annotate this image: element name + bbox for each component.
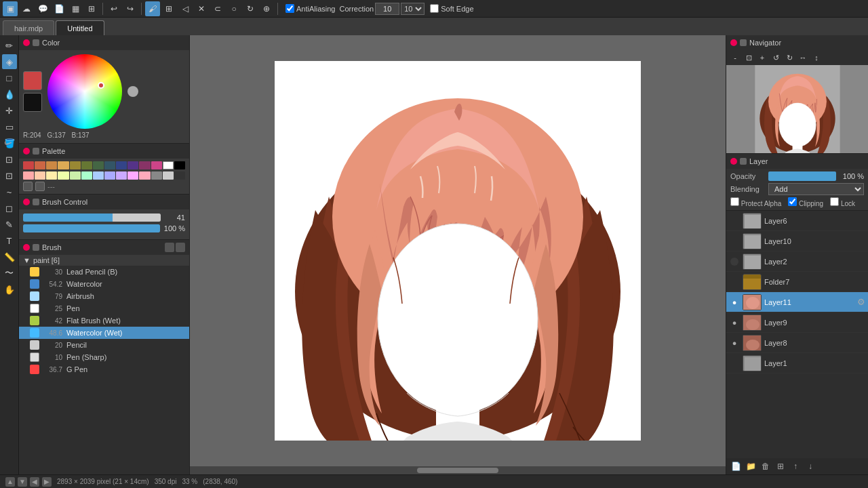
layer-item-folder7[interactable]: Folder7 <box>726 272 868 292</box>
palette-swatch[interactable] <box>127 161 138 169</box>
palette-swatch[interactable] <box>81 161 92 169</box>
layer-eye-layer10[interactable] <box>729 236 740 247</box>
brush-item-pencil[interactable]: 20 Pencil <box>19 339 189 351</box>
palette-swatch[interactable] <box>139 171 150 180</box>
frame-tool-btn[interactable]: ⊡ <box>2 152 17 167</box>
navigator-expand-btn[interactable] <box>740 39 747 46</box>
clipping-label[interactable]: Clipping <box>788 197 823 207</box>
status-left-btn[interactable]: ◀ <box>30 477 39 487</box>
brush-expand-btn[interactable] <box>33 244 39 251</box>
scrollbar-thumb[interactable] <box>417 468 498 473</box>
layer-merge-btn[interactable]: ⊞ <box>774 460 787 472</box>
brush-item-watercolor[interactable]: 54.2 Watercolor <box>19 278 189 290</box>
palette-swatch[interactable] <box>70 161 81 169</box>
layer-eye-layer2[interactable] <box>730 258 738 266</box>
lock-check[interactable] <box>830 197 839 206</box>
palette-swatch[interactable] <box>35 161 45 169</box>
palette-swatch[interactable] <box>174 171 185 180</box>
layer-move-down-btn[interactable]: ↓ <box>804 460 817 472</box>
brush-control-expand-btn[interactable] <box>33 199 39 205</box>
layer-eye-folder7[interactable] <box>729 277 740 287</box>
move-tool-btn[interactable]: ✛ <box>2 103 17 118</box>
layer-eye-layer8[interactable]: ● <box>729 338 740 348</box>
palette-swatch[interactable] <box>151 161 162 169</box>
hand-tool-btn[interactable]: ✋ <box>2 282 17 297</box>
layer-delete-btn[interactable]: 🗑 <box>759 460 772 472</box>
tab-hair[interactable]: hair.mdp <box>3 20 54 35</box>
status-down-btn[interactable]: ▼ <box>18 477 27 487</box>
select-rect-btn[interactable]: ▭ <box>2 119 17 134</box>
soft-edge-label[interactable]: Soft Edge <box>430 4 473 13</box>
rotate-tool[interactable]: ↻ <box>243 1 258 16</box>
color-extra-btn[interactable] <box>127 86 138 97</box>
text-tool-btn[interactable]: T <box>2 233 17 248</box>
brush-item-lead-pencil[interactable]: 30 Lead Pencil (B) <box>19 266 189 278</box>
nav-zoom-in-btn[interactable]: + <box>756 52 768 64</box>
correction-select[interactable]: 1051520 <box>401 3 425 15</box>
status-right-btn[interactable]: ▶ <box>42 477 52 487</box>
fill-tool-btn[interactable]: ◈ <box>2 54 17 69</box>
palette-close-btn[interactable] <box>23 148 30 155</box>
layer-item-layer1[interactable]: Layer1 <box>726 353 868 373</box>
antialias-check[interactable] <box>285 4 294 13</box>
nav-rotate-left-btn[interactable]: ↺ <box>770 52 782 64</box>
palette-add-btn[interactable] <box>23 182 33 191</box>
clipping-check[interactable] <box>788 197 797 206</box>
tool-cloud[interactable]: ☁ <box>19 1 34 16</box>
lock-label[interactable]: Lock <box>830 197 855 207</box>
navigator-preview[interactable] <box>726 65 868 153</box>
bg-color-swatch[interactable] <box>23 93 42 112</box>
brush-close-btn[interactable] <box>23 244 30 251</box>
brush-item-g-pen[interactable]: 36.7 G Pen <box>19 363 189 375</box>
pencil-tool-btn[interactable]: ✎ <box>2 217 17 232</box>
ruler-tool-btn[interactable]: 📏 <box>2 249 17 264</box>
tool-speech[interactable]: 💬 <box>35 1 50 16</box>
brush-scroll-up[interactable] <box>165 243 174 252</box>
palette-expand-btn[interactable] <box>33 148 39 155</box>
nav-zoom-fit-btn[interactable]: ⊡ <box>743 52 755 64</box>
brush-item-pen-sharp[interactable]: 10 Pen (Sharp) <box>19 351 189 363</box>
blending-select[interactable]: AddNormalMultiplyScreen <box>768 183 864 195</box>
palette-swatch[interactable] <box>116 171 127 180</box>
palette-swatch[interactable] <box>104 161 115 169</box>
palette-swatch[interactable] <box>23 161 34 169</box>
tool-grid[interactable]: ▦ <box>68 1 83 16</box>
palette-swatch[interactable] <box>104 171 115 180</box>
nav-rotate-right-btn[interactable]: ↻ <box>783 52 795 64</box>
brush-item-flat-brush[interactable]: 42 Flat Brush (Wet) <box>19 314 189 327</box>
brush-control-close-btn[interactable] <box>23 199 30 205</box>
palette-swatch[interactable] <box>58 171 68 180</box>
layer-eye-layer9[interactable]: ● <box>729 317 740 328</box>
canvas-frame[interactable] <box>275 61 641 441</box>
eraser-tool-btn[interactable]: ◻ <box>2 201 17 216</box>
palette-swatch[interactable] <box>127 171 138 180</box>
select-lasso-btn[interactable]: ⊡ <box>2 168 17 183</box>
protect-alpha-label[interactable]: Protect Alpha <box>730 197 781 207</box>
brush-item-airbrush[interactable]: 79 Airbrush <box>19 290 189 302</box>
palette-swatch[interactable] <box>70 171 81 180</box>
layer-item-layer10[interactable]: Layer10 <box>726 231 868 251</box>
palette-swatch[interactable] <box>163 171 174 180</box>
layer-close-btn[interactable] <box>730 158 737 165</box>
protect-alpha-check[interactable] <box>730 197 739 206</box>
palette-swatch[interactable] <box>35 171 45 180</box>
flip-tool[interactable]: ◁ <box>178 1 193 16</box>
layer-add-btn[interactable]: 📄 <box>729 460 743 472</box>
grid-tool[interactable]: ⊞ <box>161 1 176 16</box>
layer-gear-icon[interactable]: ⚙ <box>857 297 865 307</box>
palette-swatch[interactable] <box>23 171 34 180</box>
palette-swatch[interactable] <box>139 161 150 169</box>
brush-tool[interactable]: 🖌 <box>145 1 160 16</box>
layer-item-layer6[interactable]: Layer6 <box>726 211 868 231</box>
canvas-scrollbar[interactable] <box>190 466 726 474</box>
canvas-background[interactable] <box>190 35 726 466</box>
palette-swatch[interactable] <box>116 161 127 169</box>
transform-tool[interactable]: ✕ <box>194 1 209 16</box>
color-wheel[interactable] <box>47 54 122 129</box>
lasso-tool[interactable]: ⊂ <box>210 1 225 16</box>
nav-zoom-out-btn[interactable]: - <box>729 52 741 64</box>
palette-swatch[interactable] <box>93 171 104 180</box>
correction-input[interactable]: 10 <box>375 3 399 15</box>
color-close-btn[interactable] <box>23 39 30 46</box>
layer-expand-btn[interactable] <box>740 158 747 165</box>
